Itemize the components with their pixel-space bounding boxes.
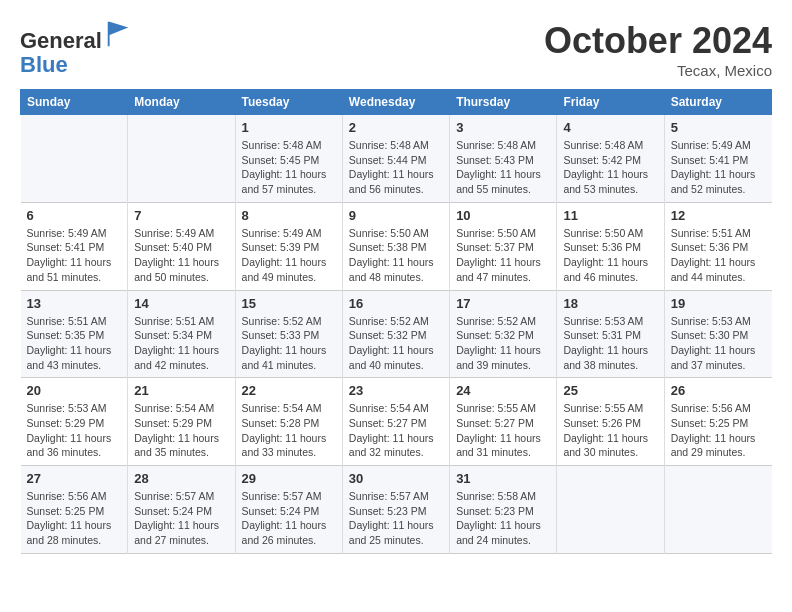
header-cell-sunday: Sunday	[21, 90, 128, 115]
calendar-week-3: 13Sunrise: 5:51 AM Sunset: 5:35 PM Dayli…	[21, 290, 772, 378]
day-content: Sunrise: 5:53 AM Sunset: 5:29 PM Dayligh…	[27, 401, 122, 460]
day-number: 18	[563, 296, 657, 311]
calendar-week-1: 1Sunrise: 5:48 AM Sunset: 5:45 PM Daylig…	[21, 115, 772, 203]
day-number: 1	[242, 120, 336, 135]
day-number: 23	[349, 383, 443, 398]
day-content: Sunrise: 5:56 AM Sunset: 5:25 PM Dayligh…	[27, 489, 122, 548]
calendar-cell: 29Sunrise: 5:57 AM Sunset: 5:24 PM Dayli…	[235, 466, 342, 554]
day-content: Sunrise: 5:56 AM Sunset: 5:25 PM Dayligh…	[671, 401, 766, 460]
day-content: Sunrise: 5:49 AM Sunset: 5:39 PM Dayligh…	[242, 226, 336, 285]
day-number: 29	[242, 471, 336, 486]
calendar-cell: 6Sunrise: 5:49 AM Sunset: 5:41 PM Daylig…	[21, 202, 128, 290]
day-content: Sunrise: 5:48 AM Sunset: 5:42 PM Dayligh…	[563, 138, 657, 197]
calendar-cell: 20Sunrise: 5:53 AM Sunset: 5:29 PM Dayli…	[21, 378, 128, 466]
header-cell-tuesday: Tuesday	[235, 90, 342, 115]
calendar-week-5: 27Sunrise: 5:56 AM Sunset: 5:25 PM Dayli…	[21, 466, 772, 554]
day-content: Sunrise: 5:52 AM Sunset: 5:32 PM Dayligh…	[456, 314, 550, 373]
day-number: 16	[349, 296, 443, 311]
day-content: Sunrise: 5:51 AM Sunset: 5:36 PM Dayligh…	[671, 226, 766, 285]
calendar-cell: 7Sunrise: 5:49 AM Sunset: 5:40 PM Daylig…	[128, 202, 235, 290]
day-content: Sunrise: 5:48 AM Sunset: 5:43 PM Dayligh…	[456, 138, 550, 197]
calendar-cell: 1Sunrise: 5:48 AM Sunset: 5:45 PM Daylig…	[235, 115, 342, 203]
day-number: 20	[27, 383, 122, 398]
day-content: Sunrise: 5:50 AM Sunset: 5:38 PM Dayligh…	[349, 226, 443, 285]
calendar-cell	[21, 115, 128, 203]
day-content: Sunrise: 5:58 AM Sunset: 5:23 PM Dayligh…	[456, 489, 550, 548]
day-number: 4	[563, 120, 657, 135]
day-number: 6	[27, 208, 122, 223]
day-number: 28	[134, 471, 228, 486]
calendar-cell: 23Sunrise: 5:54 AM Sunset: 5:27 PM Dayli…	[342, 378, 449, 466]
logo-general: General	[20, 28, 102, 53]
day-content: Sunrise: 5:51 AM Sunset: 5:34 PM Dayligh…	[134, 314, 228, 373]
logo-flag-icon	[104, 20, 132, 48]
day-content: Sunrise: 5:53 AM Sunset: 5:30 PM Dayligh…	[671, 314, 766, 373]
calendar-cell: 27Sunrise: 5:56 AM Sunset: 5:25 PM Dayli…	[21, 466, 128, 554]
page-header: General Blue October 2024 Tecax, Mexico	[20, 20, 772, 79]
calendar-cell: 16Sunrise: 5:52 AM Sunset: 5:32 PM Dayli…	[342, 290, 449, 378]
day-number: 12	[671, 208, 766, 223]
day-content: Sunrise: 5:57 AM Sunset: 5:24 PM Dayligh…	[242, 489, 336, 548]
calendar-cell: 24Sunrise: 5:55 AM Sunset: 5:27 PM Dayli…	[450, 378, 557, 466]
calendar-cell	[557, 466, 664, 554]
day-number: 15	[242, 296, 336, 311]
day-number: 17	[456, 296, 550, 311]
calendar-cell	[128, 115, 235, 203]
day-number: 22	[242, 383, 336, 398]
calendar-cell: 31Sunrise: 5:58 AM Sunset: 5:23 PM Dayli…	[450, 466, 557, 554]
header-cell-monday: Monday	[128, 90, 235, 115]
header-cell-friday: Friday	[557, 90, 664, 115]
month-title: October 2024	[544, 20, 772, 62]
day-number: 31	[456, 471, 550, 486]
calendar-cell: 3Sunrise: 5:48 AM Sunset: 5:43 PM Daylig…	[450, 115, 557, 203]
calendar-cell: 9Sunrise: 5:50 AM Sunset: 5:38 PM Daylig…	[342, 202, 449, 290]
day-number: 26	[671, 383, 766, 398]
day-content: Sunrise: 5:49 AM Sunset: 5:41 PM Dayligh…	[671, 138, 766, 197]
calendar-cell: 28Sunrise: 5:57 AM Sunset: 5:24 PM Dayli…	[128, 466, 235, 554]
calendar-cell: 18Sunrise: 5:53 AM Sunset: 5:31 PM Dayli…	[557, 290, 664, 378]
day-number: 13	[27, 296, 122, 311]
day-content: Sunrise: 5:57 AM Sunset: 5:23 PM Dayligh…	[349, 489, 443, 548]
day-content: Sunrise: 5:55 AM Sunset: 5:26 PM Dayligh…	[563, 401, 657, 460]
calendar-cell: 22Sunrise: 5:54 AM Sunset: 5:28 PM Dayli…	[235, 378, 342, 466]
calendar-week-2: 6Sunrise: 5:49 AM Sunset: 5:41 PM Daylig…	[21, 202, 772, 290]
title-block: October 2024 Tecax, Mexico	[544, 20, 772, 79]
logo: General Blue	[20, 20, 132, 77]
calendar-header: SundayMondayTuesdayWednesdayThursdayFrid…	[21, 90, 772, 115]
day-number: 27	[27, 471, 122, 486]
calendar-cell: 4Sunrise: 5:48 AM Sunset: 5:42 PM Daylig…	[557, 115, 664, 203]
header-cell-thursday: Thursday	[450, 90, 557, 115]
day-content: Sunrise: 5:54 AM Sunset: 5:28 PM Dayligh…	[242, 401, 336, 460]
calendar-table: SundayMondayTuesdayWednesdayThursdayFrid…	[20, 89, 772, 554]
calendar-cell: 17Sunrise: 5:52 AM Sunset: 5:32 PM Dayli…	[450, 290, 557, 378]
day-content: Sunrise: 5:57 AM Sunset: 5:24 PM Dayligh…	[134, 489, 228, 548]
day-number: 21	[134, 383, 228, 398]
day-number: 7	[134, 208, 228, 223]
calendar-cell: 15Sunrise: 5:52 AM Sunset: 5:33 PM Dayli…	[235, 290, 342, 378]
day-number: 3	[456, 120, 550, 135]
calendar-cell: 30Sunrise: 5:57 AM Sunset: 5:23 PM Dayli…	[342, 466, 449, 554]
day-content: Sunrise: 5:52 AM Sunset: 5:33 PM Dayligh…	[242, 314, 336, 373]
calendar-cell: 12Sunrise: 5:51 AM Sunset: 5:36 PM Dayli…	[664, 202, 771, 290]
day-number: 14	[134, 296, 228, 311]
day-content: Sunrise: 5:52 AM Sunset: 5:32 PM Dayligh…	[349, 314, 443, 373]
calendar-cell: 10Sunrise: 5:50 AM Sunset: 5:37 PM Dayli…	[450, 202, 557, 290]
day-number: 8	[242, 208, 336, 223]
day-content: Sunrise: 5:51 AM Sunset: 5:35 PM Dayligh…	[27, 314, 122, 373]
calendar-cell: 11Sunrise: 5:50 AM Sunset: 5:36 PM Dayli…	[557, 202, 664, 290]
day-number: 24	[456, 383, 550, 398]
day-content: Sunrise: 5:50 AM Sunset: 5:37 PM Dayligh…	[456, 226, 550, 285]
day-number: 5	[671, 120, 766, 135]
day-content: Sunrise: 5:54 AM Sunset: 5:27 PM Dayligh…	[349, 401, 443, 460]
day-content: Sunrise: 5:54 AM Sunset: 5:29 PM Dayligh…	[134, 401, 228, 460]
day-content: Sunrise: 5:49 AM Sunset: 5:41 PM Dayligh…	[27, 226, 122, 285]
day-content: Sunrise: 5:50 AM Sunset: 5:36 PM Dayligh…	[563, 226, 657, 285]
calendar-cell: 14Sunrise: 5:51 AM Sunset: 5:34 PM Dayli…	[128, 290, 235, 378]
day-number: 2	[349, 120, 443, 135]
header-cell-saturday: Saturday	[664, 90, 771, 115]
day-number: 10	[456, 208, 550, 223]
calendar-cell: 25Sunrise: 5:55 AM Sunset: 5:26 PM Dayli…	[557, 378, 664, 466]
day-content: Sunrise: 5:48 AM Sunset: 5:44 PM Dayligh…	[349, 138, 443, 197]
svg-marker-0	[108, 22, 129, 46]
location: Tecax, Mexico	[544, 62, 772, 79]
